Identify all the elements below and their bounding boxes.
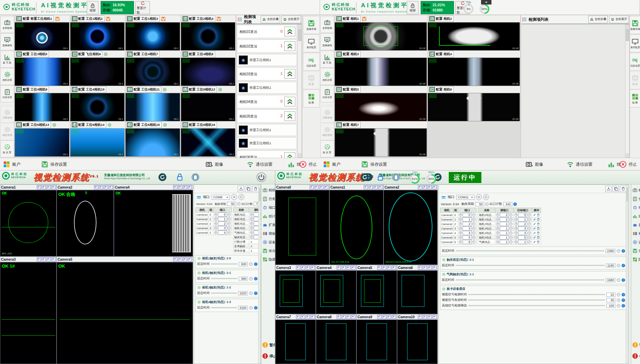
param-minus[interactable]: − [617,293,620,296]
slider-track[interactable] [468,305,605,306]
sidebar-item-8[interactable]: 组 设 置 [320,140,334,157]
tool-5[interactable]: 隐 藏 [303,89,320,107]
tool-3[interactable]: 结果强置 [630,53,640,71]
statusbar-comm-settings-button[interactable]: 通信设置 [246,159,272,169]
port-refresh-button[interactable] [238,194,244,200]
pause-button[interactable]: 暂停 [262,340,275,349]
toggle-button[interactable] [284,41,295,51]
statusbar-account-button[interactable]: 账户 [3,159,20,169]
settings-icon[interactable] [51,257,56,261]
src-minus[interactable]: − [509,236,513,239]
port-value[interactable]: 1 [463,217,472,222]
grid-icon[interactable] [387,315,391,319]
snapshot-icon[interactable] [382,266,386,270]
port-value[interactable]: 0 [218,213,227,217]
expand-icon[interactable] [37,185,41,189]
port-minus[interactable]: − [472,213,475,217]
expand-icon[interactable] [377,266,381,270]
scroll-thumb[interactable] [626,188,628,201]
port-plus[interactable]: + [459,240,462,244]
src-value[interactable]: 2 [500,213,509,217]
expand-all-button[interactable]: 全部展开 [281,16,301,23]
edit-icon[interactable] [533,227,536,230]
dst-plus[interactable]: + [514,218,518,221]
stop-button[interactable]: 停止 [632,352,639,361]
camera-config-button[interactable]: 15配置 工位6相机15 [126,122,162,128]
info-icon[interactable]: i [622,293,625,296]
dst-value[interactable]: 1 [518,217,527,222]
menu-item-2[interactable]: 任务 [262,194,275,203]
camera-config-button[interactable]: 09配置 工位4相机9 [15,86,49,93]
sidebar-item-4[interactable]: 相机设置 [320,68,334,85]
info-icon[interactable]: i [254,292,258,295]
port-minus[interactable]: − [227,231,231,234]
statusbar-account-button[interactable]: 账户 [323,159,340,169]
camera-config-button[interactable]: 03配置 相机3 [335,51,361,57]
delete-icon[interactable] [537,227,540,230]
port-minus[interactable]: − [472,236,475,239]
edit-icon[interactable] [533,213,536,217]
menu-item-2[interactable]: 任务 [632,194,639,203]
camera-config-button[interactable]: 07配置 相机7 [335,122,361,128]
dst-value[interactable]: 4 [518,231,527,235]
menu-item-1[interactable]: 相机 [632,186,639,194]
toggle-button[interactable] [284,97,295,106]
param-minus[interactable]: − [249,306,253,310]
camera-config-button[interactable]: 06配置 飞位相机6 [71,51,103,57]
menu-item-3[interactable]: 端口 [262,203,275,212]
grid-icon[interactable] [319,185,323,189]
collapse-tab[interactable] [481,0,491,5]
algorithm-row[interactable]: 相机05算法2 [237,110,297,123]
sidebar-item-1[interactable]: 全部图像 [320,16,334,33]
dst-minus[interactable]: − [528,213,531,217]
settings-icon[interactable] [311,315,315,319]
scrollbar[interactable] [625,24,629,158]
camera-config-button[interactable]: 10配置 工位4相机10 [71,86,107,93]
camera-sub-row[interactable]: 前置工位相机1 [237,137,297,149]
dst-plus[interactable]: + [514,231,518,235]
settings-icon[interactable] [351,266,355,270]
delete-icon[interactable] [537,213,540,217]
dst-minus[interactable]: − [528,240,531,244]
param-minus[interactable]: − [617,298,620,302]
slider-track[interactable] [468,294,605,295]
info-icon[interactable]: i [622,304,625,307]
slider-track[interactable] [211,263,237,265]
port-value[interactable]: 2 [463,222,472,226]
expand-icon[interactable] [364,185,368,189]
clipboard-button[interactable] [191,173,200,182]
settings-icon[interactable] [392,315,396,319]
port-minus[interactable]: − [227,217,231,221]
camera-sub-row[interactable]: 前置工位相机1 [237,54,297,66]
trigger-input[interactable]: 50 [475,202,484,206]
param-minus[interactable]: − [617,264,620,267]
toggle-button[interactable] [284,152,295,158]
statusbar-save-settings-button[interactable]: 保存设置 [361,159,387,169]
dst-plus[interactable]: + [514,236,518,239]
param-value[interactable]: 1190 [606,263,615,268]
grid-icon[interactable] [387,266,391,270]
param-minus[interactable]: − [249,277,253,280]
power-button[interactable] [256,172,267,182]
src-minus[interactable]: − [509,231,513,235]
refresh-button[interactable] [360,173,369,182]
out-input[interactable]: 442 [503,202,512,206]
snapshot-icon[interactable] [301,266,305,270]
grid-icon[interactable] [47,185,51,189]
snapshot-icon[interactable] [178,257,182,261]
port-minus[interactable]: − [472,231,475,235]
toggle-button[interactable] [284,27,295,36]
target-icon[interactable] [103,52,108,57]
snapshot-icon[interactable] [314,185,319,189]
port-select[interactable]: COM8 [212,195,230,200]
port-minus[interactable]: − [472,222,475,226]
toggle-button[interactable] [284,69,295,79]
statusbar-image-button[interactable]: 图像 [205,159,223,169]
algorithm-row[interactable]: 相机04算法0 [237,95,297,108]
target-icon[interactable] [218,87,222,92]
src-value[interactable]: 2 [500,217,509,222]
slider-track[interactable] [456,279,604,280]
delete-button[interactable] [620,186,626,192]
param-value[interactable]: 22 [606,293,615,297]
port-select[interactable]: COM11 [456,195,474,200]
